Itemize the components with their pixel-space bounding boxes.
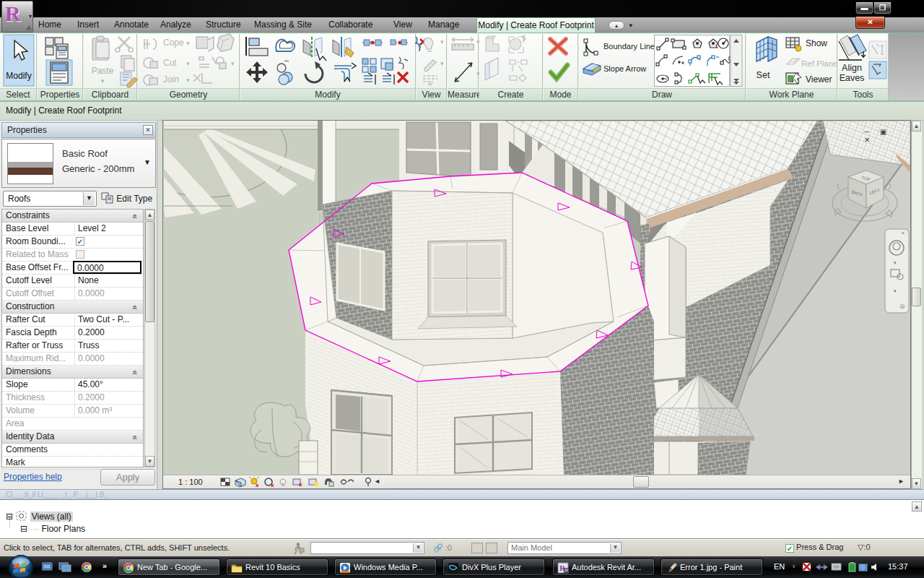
svg-text:Boundary Line: Boundary Line bbox=[603, 42, 655, 51]
svg-text:Align: Align bbox=[842, 63, 862, 73]
svg-text:▾: ▾ bbox=[186, 40, 190, 47]
svg-text:▾: ▾ bbox=[186, 60, 190, 67]
svg-text:x: x bbox=[256, 482, 259, 488]
svg-text:Join: Join bbox=[163, 74, 179, 85]
svg-text:▾: ▾ bbox=[440, 60, 444, 67]
svg-text:▾: ▾ bbox=[186, 77, 190, 84]
svg-text:▾: ▾ bbox=[476, 38, 480, 46]
svg-text:✕: ✕ bbox=[901, 230, 905, 236]
svg-text:⊖: ⊖ bbox=[899, 303, 905, 310]
svg-text:▾: ▾ bbox=[476, 70, 480, 77]
svg-text:Cut: Cut bbox=[163, 58, 177, 68]
svg-text:Set: Set bbox=[757, 70, 770, 80]
svg-text:Modify: Modify bbox=[6, 71, 31, 81]
svg-text:x: x bbox=[271, 482, 274, 488]
svg-text:Show: Show bbox=[806, 38, 827, 48]
svg-text:▾: ▾ bbox=[894, 288, 897, 293]
svg-text:▾: ▾ bbox=[440, 38, 444, 46]
svg-text:Eaves: Eaves bbox=[840, 73, 865, 83]
svg-text:R: R bbox=[565, 568, 568, 573]
svg-text:▾: ▾ bbox=[231, 60, 235, 67]
svg-text:Slope Arrow: Slope Arrow bbox=[603, 64, 646, 73]
svg-text:Ref Plane: Ref Plane bbox=[801, 59, 838, 68]
svg-text:▾: ▾ bbox=[894, 260, 897, 265]
svg-text:▾: ▾ bbox=[101, 77, 105, 85]
svg-text:Cope: Cope bbox=[163, 38, 184, 48]
svg-text:x: x bbox=[299, 481, 302, 488]
svg-text:Paste: Paste bbox=[92, 66, 114, 76]
svg-text:Viewer: Viewer bbox=[806, 74, 832, 85]
svg-text:»: » bbox=[103, 561, 107, 570]
